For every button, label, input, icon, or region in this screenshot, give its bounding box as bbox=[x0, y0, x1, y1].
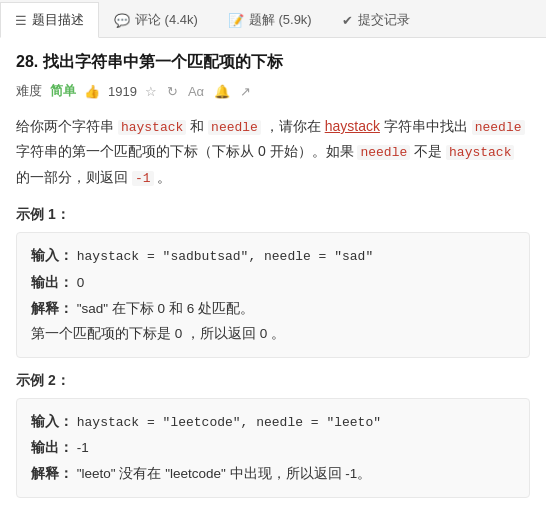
problem-description: 给你两个字符串 haystack 和 needle ，请你在 haystack … bbox=[16, 114, 530, 190]
tab-description-label: 题目描述 bbox=[32, 11, 84, 29]
example1-title: 示例 1： bbox=[16, 206, 530, 224]
difficulty-row: 难度 简单 👍 1919 ☆ ↻ Aα 🔔 ↗ bbox=[16, 82, 530, 100]
tab-comments-label: 评论 (4.4k) bbox=[135, 11, 198, 29]
bell-icon[interactable]: 🔔 bbox=[214, 84, 230, 99]
example2-input-label: 输入： bbox=[31, 414, 73, 429]
like-count: 1919 bbox=[108, 84, 137, 99]
problem-title-text: 找出字符串中第一个匹配项的下标 bbox=[43, 53, 283, 70]
code-haystack2: haystack bbox=[446, 145, 514, 160]
problem-title: 28. 找出字符串中第一个匹配项的下标 bbox=[16, 50, 530, 74]
thumbs-up-icon[interactable]: 👍 bbox=[84, 84, 100, 99]
example2-input-value: haystack = "leetcode", needle = "leeto" bbox=[77, 415, 381, 430]
main-content: 28. 找出字符串中第一个匹配项的下标 难度 简单 👍 1919 ☆ ↻ Aα … bbox=[0, 38, 546, 524]
example1-input: 输入： haystack = "sadbutsad", needle = "sa… bbox=[31, 243, 515, 270]
code-needle2: needle bbox=[472, 120, 525, 135]
text-haystack-highlight: haystack bbox=[325, 118, 380, 134]
tab-description[interactable]: ☰ 题目描述 bbox=[0, 2, 99, 38]
tab-solutions[interactable]: 📝 题解 (5.9k) bbox=[213, 2, 327, 37]
solutions-icon: 📝 bbox=[228, 13, 244, 28]
translate-icon[interactable]: Aα bbox=[188, 84, 204, 99]
example1-explain-value: "sad" 在下标 0 和 6 处匹配。 bbox=[77, 301, 254, 316]
tab-bar: ☰ 题目描述 💬 评论 (4.4k) 📝 题解 (5.9k) ✔ 提交记录 bbox=[0, 0, 546, 38]
tab-comments[interactable]: 💬 评论 (4.4k) bbox=[99, 2, 213, 37]
example1-explain: 解释： "sad" 在下标 0 和 6 处匹配。 bbox=[31, 296, 515, 322]
example1-block: 输入： haystack = "sadbutsad", needle = "sa… bbox=[16, 232, 530, 358]
code-needle3: needle bbox=[357, 145, 410, 160]
example2-explain-label: 解释： bbox=[31, 466, 73, 481]
tab-submissions-label: 提交记录 bbox=[358, 11, 410, 29]
tab-solutions-label: 题解 (5.9k) bbox=[249, 11, 312, 29]
difficulty-value: 简单 bbox=[50, 82, 76, 100]
example2-title: 示例 2： bbox=[16, 372, 530, 390]
comment-icon: 💬 bbox=[114, 13, 130, 28]
example1-output-label: 输出： bbox=[31, 275, 73, 290]
problem-number: 28. bbox=[16, 53, 38, 70]
tab-submissions[interactable]: ✔ 提交记录 bbox=[327, 2, 425, 37]
example1-explain-extra: 第一个匹配项的下标是 0 ，所以返回 0 。 bbox=[31, 321, 515, 347]
example2-input: 输入： haystack = "leetcode", needle = "lee… bbox=[31, 409, 515, 436]
example1-explain-label: 解释： bbox=[31, 301, 73, 316]
example1-output: 输出： 0 bbox=[31, 270, 515, 296]
example2-output: 输出： -1 bbox=[31, 435, 515, 461]
description-icon: ☰ bbox=[15, 13, 27, 28]
code-minus1: -1 bbox=[132, 171, 154, 186]
submissions-icon: ✔ bbox=[342, 13, 353, 28]
example1-output-value: 0 bbox=[77, 275, 85, 290]
example2-output-label: 输出： bbox=[31, 440, 73, 455]
example2-output-value: -1 bbox=[77, 440, 89, 455]
code-needle: needle bbox=[208, 120, 261, 135]
star-icon[interactable]: ☆ bbox=[145, 84, 157, 99]
code-haystack: haystack bbox=[118, 120, 186, 135]
example2-explain: 解释： "leeto" 没有在 "leetcode" 中出现，所以返回 -1。 bbox=[31, 461, 515, 487]
refresh-icon[interactable]: ↻ bbox=[167, 84, 178, 99]
example1-input-value: haystack = "sadbutsad", needle = "sad" bbox=[77, 249, 373, 264]
difficulty-label: 难度 bbox=[16, 82, 42, 100]
example2-block: 输入： haystack = "leetcode", needle = "lee… bbox=[16, 398, 530, 498]
action-icons: ☆ ↻ Aα 🔔 ↗ bbox=[145, 84, 251, 99]
share-icon[interactable]: ↗ bbox=[240, 84, 251, 99]
example1-input-label: 输入： bbox=[31, 248, 73, 263]
example2-explain-value: "leeto" 没有在 "leetcode" 中出现，所以返回 -1。 bbox=[77, 466, 372, 481]
